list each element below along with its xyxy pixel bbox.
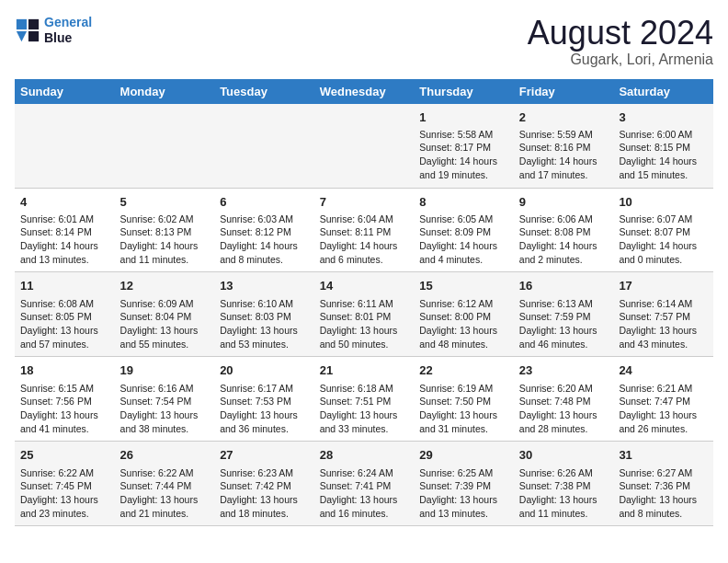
day-info: Sunrise: 6:16 AM xyxy=(120,382,210,396)
day-info: Daylight: 14 hours xyxy=(419,239,508,253)
day-info: Daylight: 13 hours xyxy=(519,324,609,338)
day-info: and 18 minutes. xyxy=(220,507,309,521)
day-info: Daylight: 13 hours xyxy=(619,493,708,507)
subtitle: Gugark, Lori, Armenia xyxy=(528,52,713,68)
day-info: Sunset: 8:07 PM xyxy=(619,225,708,239)
calendar-cell xyxy=(214,104,314,188)
calendar-cell: 6Sunrise: 6:03 AMSunset: 8:12 PMDaylight… xyxy=(214,188,314,272)
calendar-cell: 30Sunrise: 6:26 AMSunset: 7:38 PMDayligh… xyxy=(514,442,614,526)
calendar-week-row: 11Sunrise: 6:08 AMSunset: 8:05 PMDayligh… xyxy=(15,272,713,357)
day-info: and 23 minutes. xyxy=(20,507,109,521)
day-info: Sunset: 7:51 PM xyxy=(320,395,409,408)
day-info: Daylight: 13 hours xyxy=(320,408,409,422)
day-number: 1 xyxy=(419,109,508,126)
day-info: Daylight: 14 hours xyxy=(120,239,210,253)
header-wednesday: Wednesday xyxy=(314,79,415,104)
calendar-cell: 16Sunrise: 6:13 AMSunset: 7:59 PMDayligh… xyxy=(514,272,614,357)
day-info: and 11 minutes. xyxy=(120,253,210,267)
day-number: 4 xyxy=(20,194,109,211)
day-info: Sunrise: 6:08 AM xyxy=(20,297,109,311)
day-info: Sunrise: 6:22 AM xyxy=(20,466,109,480)
day-info: Daylight: 13 hours xyxy=(519,493,609,507)
day-info: Daylight: 13 hours xyxy=(20,408,109,422)
day-info: and 21 minutes. xyxy=(120,507,210,521)
day-info: and 8 minutes. xyxy=(220,253,309,267)
day-number: 20 xyxy=(220,362,309,379)
calendar-cell: 22Sunrise: 6:19 AMSunset: 7:50 PMDayligh… xyxy=(414,357,514,442)
day-info: Daylight: 13 hours xyxy=(519,408,609,422)
day-info: and 19 minutes. xyxy=(419,168,508,182)
calendar-cell: 5Sunrise: 6:02 AMSunset: 8:13 PMDaylight… xyxy=(115,188,215,272)
day-info: Daylight: 14 hours xyxy=(20,239,109,253)
day-info: Sunset: 7:50 PM xyxy=(419,395,508,408)
day-info: Sunset: 7:47 PM xyxy=(619,395,708,408)
day-info: Sunrise: 6:11 AM xyxy=(320,297,409,311)
day-info: Sunset: 7:54 PM xyxy=(120,395,210,408)
calendar-cell: 21Sunrise: 6:18 AMSunset: 7:51 PMDayligh… xyxy=(314,357,415,442)
day-number: 28 xyxy=(320,447,409,464)
header-friday: Friday xyxy=(514,79,614,104)
day-info: Sunset: 7:57 PM xyxy=(619,310,708,324)
day-info: Sunset: 8:00 PM xyxy=(419,310,508,324)
day-info: Daylight: 14 hours xyxy=(220,239,309,253)
day-info: Daylight: 13 hours xyxy=(320,324,409,338)
day-number: 3 xyxy=(619,109,708,126)
calendar-cell: 23Sunrise: 6:20 AMSunset: 7:48 PMDayligh… xyxy=(514,357,614,442)
calendar-cell: 31Sunrise: 6:27 AMSunset: 7:36 PMDayligh… xyxy=(613,442,713,526)
day-number: 26 xyxy=(120,447,210,464)
day-info: Daylight: 13 hours xyxy=(320,493,409,507)
svg-marker-2 xyxy=(17,31,27,41)
day-info: and 50 minutes. xyxy=(320,338,409,351)
calendar-cell: 2Sunrise: 5:59 AMSunset: 8:16 PMDaylight… xyxy=(514,104,614,188)
day-info: and 31 minutes. xyxy=(419,422,508,436)
day-info: Daylight: 13 hours xyxy=(120,324,210,338)
calendar-cell: 12Sunrise: 6:09 AMSunset: 8:04 PMDayligh… xyxy=(115,272,215,357)
day-number: 27 xyxy=(220,447,309,464)
calendar-cell: 18Sunrise: 6:15 AMSunset: 7:56 PMDayligh… xyxy=(15,357,115,442)
day-number: 25 xyxy=(20,447,109,464)
day-info: Sunset: 7:53 PM xyxy=(220,395,309,408)
day-info: and 41 minutes. xyxy=(20,422,109,436)
day-info: Daylight: 14 hours xyxy=(519,155,609,168)
calendar-cell: 27Sunrise: 6:23 AMSunset: 7:42 PMDayligh… xyxy=(214,442,314,526)
calendar-cell: 10Sunrise: 6:07 AMSunset: 8:07 PMDayligh… xyxy=(613,188,713,272)
day-info: Sunset: 7:36 PM xyxy=(619,479,708,493)
calendar-week-row: 1Sunrise: 5:58 AMSunset: 8:17 PMDaylight… xyxy=(15,104,713,188)
calendar-cell: 11Sunrise: 6:08 AMSunset: 8:05 PMDayligh… xyxy=(15,272,115,357)
day-info: Sunset: 8:08 PM xyxy=(519,225,609,239)
day-info: Sunrise: 6:19 AM xyxy=(419,382,508,396)
calendar-cell: 1Sunrise: 5:58 AMSunset: 8:17 PMDaylight… xyxy=(414,104,514,188)
calendar-week-row: 18Sunrise: 6:15 AMSunset: 7:56 PMDayligh… xyxy=(15,357,713,442)
day-info: and 6 minutes. xyxy=(320,253,409,267)
header-monday: Monday xyxy=(115,79,215,104)
day-info: and 43 minutes. xyxy=(619,338,708,351)
day-info: Sunrise: 6:26 AM xyxy=(519,466,609,480)
calendar-cell: 25Sunrise: 6:22 AMSunset: 7:45 PMDayligh… xyxy=(15,442,115,526)
calendar-cell: 4Sunrise: 6:01 AMSunset: 8:14 PMDaylight… xyxy=(15,188,115,272)
day-info: Sunrise: 6:12 AM xyxy=(419,297,508,311)
day-number: 2 xyxy=(519,109,609,126)
title-block: August 2024 Gugark, Lori, Armenia xyxy=(528,15,713,68)
day-info: Sunset: 7:45 PM xyxy=(20,479,109,493)
day-info: and 11 minutes. xyxy=(519,507,609,521)
day-info: Sunset: 7:56 PM xyxy=(20,395,109,408)
day-info: Daylight: 13 hours xyxy=(120,493,210,507)
day-info: Daylight: 13 hours xyxy=(120,408,210,422)
logo: General Blue xyxy=(15,15,92,46)
day-info: and 53 minutes. xyxy=(220,338,309,351)
header-sunday: Sunday xyxy=(15,79,115,104)
day-info: Sunset: 7:44 PM xyxy=(120,479,210,493)
day-info: Sunrise: 6:14 AM xyxy=(619,297,708,311)
day-info: Daylight: 14 hours xyxy=(619,155,708,168)
day-info: Daylight: 13 hours xyxy=(220,324,309,338)
main-title: August 2024 xyxy=(528,15,713,52)
day-info: and 2 minutes. xyxy=(519,253,609,267)
day-info: Sunset: 7:39 PM xyxy=(419,479,508,493)
day-info: Sunrise: 6:02 AM xyxy=(120,213,210,226)
day-info: Sunset: 8:05 PM xyxy=(20,310,109,324)
calendar-cell: 15Sunrise: 6:12 AMSunset: 8:00 PMDayligh… xyxy=(414,272,514,357)
calendar-cell: 28Sunrise: 6:24 AMSunset: 7:41 PMDayligh… xyxy=(314,442,415,526)
day-number: 21 xyxy=(320,362,409,379)
day-info: Sunset: 8:09 PM xyxy=(419,225,508,239)
calendar-week-row: 25Sunrise: 6:22 AMSunset: 7:45 PMDayligh… xyxy=(15,442,713,526)
